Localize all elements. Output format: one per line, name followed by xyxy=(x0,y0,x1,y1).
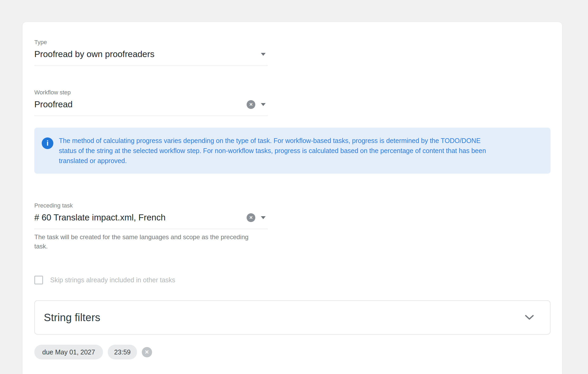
task-form-screen: Type Proofread by own proofreaders Workf… xyxy=(0,0,588,374)
progress-info-note: i The method of calculating progress var… xyxy=(34,128,551,174)
clear-workflow-step-button[interactable]: ✕ xyxy=(247,100,255,109)
string-filters-accordion[interactable]: String filters xyxy=(34,300,551,335)
clear-preceding-task-button[interactable]: ✕ xyxy=(247,213,255,222)
workflow-step-label: Workflow step xyxy=(34,89,268,96)
skip-strings-checkbox[interactable] xyxy=(34,276,43,284)
skip-strings-checkbox-label: Skip strings already included in other t… xyxy=(50,276,175,284)
preceding-task-select-value: # 60 Translate impact.xml, French xyxy=(34,212,247,223)
type-select-value: Proofread by own proofreaders xyxy=(34,49,261,59)
close-icon: ✕ xyxy=(249,102,253,107)
string-filters-title: String filters xyxy=(44,312,100,324)
info-icon: i xyxy=(42,137,53,149)
type-field: Type Proofread by own proofreaders xyxy=(34,39,268,66)
close-icon: ✕ xyxy=(145,349,149,355)
progress-info-text: The method of calculating progress varie… xyxy=(59,136,486,166)
due-time-chip[interactable]: 23:59 xyxy=(108,345,137,359)
task-form-content: Type Proofread by own proofreaders Workf… xyxy=(22,22,562,359)
preceding-task-label: Preceding task xyxy=(34,202,268,209)
workflow-step-field: Workflow step Proofread ✕ xyxy=(34,89,268,116)
remove-due-date-button[interactable]: ✕ xyxy=(142,347,152,357)
close-icon: ✕ xyxy=(249,215,253,220)
progress-info-line: The method of calculating progress varie… xyxy=(59,136,486,146)
workflow-step-select-value: Proofread xyxy=(34,99,247,110)
preceding-task-field: Preceding task # 60 Translate impact.xml… xyxy=(34,202,268,251)
caret-down-icon xyxy=(261,216,266,219)
progress-info-line: status of the string at the selected wor… xyxy=(59,146,486,156)
type-select[interactable]: Proofread by own proofreaders xyxy=(34,49,268,66)
due-date-chip[interactable]: due May 01, 2027 xyxy=(34,345,103,359)
preceding-task-helper-text: The task will be created for the same la… xyxy=(34,232,268,251)
type-field-label: Type xyxy=(34,39,268,46)
due-date-chips-row: due May 01, 2027 23:59 ✕ xyxy=(34,345,550,359)
preceding-task-select[interactable]: # 60 Translate impact.xml, French ✕ xyxy=(34,212,268,229)
preceding-task-helper-line: The task will be created for the same la… xyxy=(34,232,268,242)
info-icon-glyph: i xyxy=(46,139,49,147)
task-form-card: Type Proofread by own proofreaders Workf… xyxy=(22,22,562,374)
caret-down-icon xyxy=(261,103,266,106)
caret-down-icon xyxy=(261,53,266,56)
chevron-down-icon xyxy=(525,315,534,320)
preceding-task-helper-line: task. xyxy=(34,242,268,251)
progress-info-line: translated or approved. xyxy=(59,156,486,166)
workflow-step-select[interactable]: Proofread ✕ xyxy=(34,99,268,116)
skip-strings-checkbox-row: Skip strings already included in other t… xyxy=(34,276,550,284)
